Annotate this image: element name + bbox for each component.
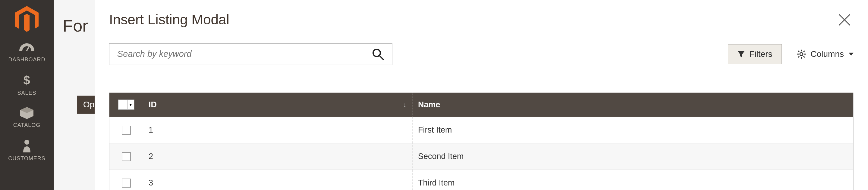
funnel-icon	[737, 50, 745, 58]
modal-toolbar: Filters Columns	[109, 43, 854, 65]
magento-logo	[0, 0, 54, 39]
sort-desc-icon: ↓	[403, 101, 406, 108]
svg-point-7	[800, 52, 803, 55]
nav-label: DASHBOARD	[8, 56, 45, 63]
filters-label: Filters	[749, 49, 772, 59]
table-row[interactable]: 3 Third Item	[110, 169, 853, 190]
close-icon	[838, 13, 851, 27]
table-header-row: ▼ ID ↓ Name	[110, 92, 853, 117]
table-row[interactable]: 2 Second Item	[110, 143, 853, 169]
table-row[interactable]: 1 First Item	[110, 117, 853, 143]
row-checkbox-cell[interactable]	[110, 117, 143, 143]
svg-line-6	[380, 56, 384, 60]
nav-label: SALES	[17, 90, 36, 96]
row-checkbox-cell[interactable]	[110, 170, 143, 190]
caret-down-icon	[849, 52, 854, 55]
checkbox-icon	[122, 152, 131, 161]
admin-sidebar: DASHBOARD $ SALES CATALOG CUSTOMERS	[0, 0, 54, 190]
svg-line-15	[798, 56, 799, 58]
box-icon	[20, 107, 33, 119]
insert-listing-modal: Insert Listing Modal Filters	[95, 0, 868, 190]
cell-name: Third Item	[412, 170, 853, 190]
cell-id: 1	[143, 117, 412, 143]
modal-close-button[interactable]	[835, 11, 854, 29]
magento-logo-icon	[15, 6, 38, 33]
column-label: Name	[418, 100, 440, 109]
svg-point-2	[24, 140, 29, 145]
nav-label: CATALOG	[13, 122, 40, 128]
column-header-name[interactable]: Name	[412, 92, 853, 117]
search-field-wrapper	[109, 43, 393, 65]
dollar-icon: $	[23, 74, 31, 87]
toolbar-right: Filters Columns	[728, 44, 854, 64]
modal-title: Insert Listing Modal	[109, 11, 229, 28]
checkbox-box	[119, 100, 127, 109]
filters-button[interactable]: Filters	[728, 44, 781, 64]
search-input[interactable]	[117, 49, 366, 59]
column-header-id[interactable]: ID ↓	[143, 92, 412, 117]
nav-label: CUSTOMERS	[8, 155, 45, 162]
cell-name: Second Item	[412, 143, 853, 169]
nav-customers[interactable]: CUSTOMERS	[0, 135, 54, 168]
column-label: ID	[149, 100, 157, 109]
checkbox-icon	[122, 179, 131, 188]
gear-icon	[797, 50, 806, 59]
search-icon[interactable]	[372, 48, 384, 61]
nav-dashboard[interactable]: DASHBOARD	[0, 39, 54, 70]
nav-catalog[interactable]: CATALOG	[0, 103, 54, 135]
checkbox-icon	[122, 126, 131, 135]
caret-down-icon: ▼	[127, 102, 134, 107]
cell-id: 2	[143, 143, 412, 169]
svg-line-14	[804, 51, 805, 52]
svg-point-5	[373, 49, 380, 56]
svg-line-12	[798, 51, 799, 52]
columns-button[interactable]: Columns	[797, 49, 854, 59]
svg-marker-16	[849, 52, 854, 55]
nav-sales[interactable]: $ SALES	[0, 70, 54, 103]
listing-table: ▼ ID ↓ Name 1 First Item 2 Second Item	[109, 92, 854, 190]
select-all-header[interactable]: ▼	[110, 92, 143, 117]
gauge-icon	[19, 43, 34, 53]
columns-label: Columns	[811, 49, 844, 59]
select-all-checkbox[interactable]: ▼	[118, 100, 134, 110]
svg-rect-0	[26, 47, 29, 51]
page-title: For	[63, 16, 88, 35]
table-body: 1 First Item 2 Second Item 3 Third Item	[110, 117, 853, 190]
cell-id: 3	[143, 170, 412, 190]
person-icon	[23, 139, 31, 152]
svg-line-13	[804, 56, 805, 58]
row-checkbox-cell[interactable]	[110, 143, 143, 169]
cell-name: First Item	[412, 117, 853, 143]
svg-text:$: $	[23, 74, 30, 87]
